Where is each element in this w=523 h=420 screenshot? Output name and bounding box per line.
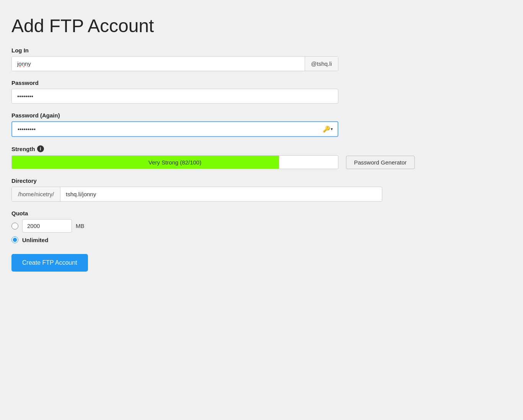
strength-bar-fill bbox=[12, 156, 279, 169]
strength-row: Very Strong (82/100) Password Generator bbox=[11, 155, 512, 169]
password-toggle-icon[interactable]: 🔑▾ bbox=[318, 125, 338, 133]
strength-bar: Very Strong (82/100) bbox=[11, 155, 338, 169]
password-again-input[interactable] bbox=[12, 122, 318, 136]
login-input-wrap: @tshq.li bbox=[11, 56, 338, 71]
password-again-label: Password (Again) bbox=[11, 112, 512, 119]
password-again-group: Password (Again) 🔑▾ bbox=[11, 112, 512, 137]
quota-label: Quota bbox=[11, 210, 512, 217]
login-domain: @tshq.li bbox=[305, 57, 338, 71]
strength-label: Strength bbox=[11, 146, 35, 152]
quota-unlimited-option: Unlimited bbox=[11, 236, 512, 243]
directory-prefix: /home/nicetry/ bbox=[12, 187, 60, 201]
password-again-input-wrap: 🔑▾ bbox=[11, 121, 338, 137]
directory-input[interactable] bbox=[60, 187, 382, 201]
quota-mb-radio[interactable] bbox=[11, 223, 18, 230]
password-group: Password bbox=[11, 80, 512, 104]
quota-mb-input[interactable] bbox=[22, 219, 72, 233]
quota-unit: MB bbox=[76, 223, 84, 229]
login-input[interactable] bbox=[12, 57, 305, 71]
create-ftp-account-button[interactable]: Create FTP Account bbox=[11, 254, 88, 272]
directory-input-wrap: /home/nicetry/ bbox=[11, 187, 382, 202]
quota-unlimited-radio[interactable] bbox=[11, 236, 18, 243]
quota-unlimited-label: Unlimited bbox=[22, 237, 48, 243]
quota-mb-option: MB bbox=[11, 219, 512, 233]
directory-group: Directory /home/nicetry/ bbox=[11, 177, 512, 202]
strength-group: Strength i Very Strong (82/100) Password… bbox=[11, 145, 512, 169]
password-input-wrap bbox=[11, 89, 338, 104]
password-label: Password bbox=[11, 80, 512, 86]
directory-label: Directory bbox=[11, 177, 512, 184]
quota-group: Quota MB Unlimited bbox=[11, 210, 512, 243]
page-title: Add FTP Account bbox=[11, 15, 512, 36]
info-icon[interactable]: i bbox=[37, 145, 44, 152]
login-group: Log In @tshq.li bbox=[11, 47, 512, 71]
login-label: Log In bbox=[11, 47, 512, 54]
quota-options: MB Unlimited bbox=[11, 219, 512, 243]
password-input[interactable] bbox=[11, 89, 338, 104]
password-generator-button[interactable]: Password Generator bbox=[346, 156, 415, 169]
